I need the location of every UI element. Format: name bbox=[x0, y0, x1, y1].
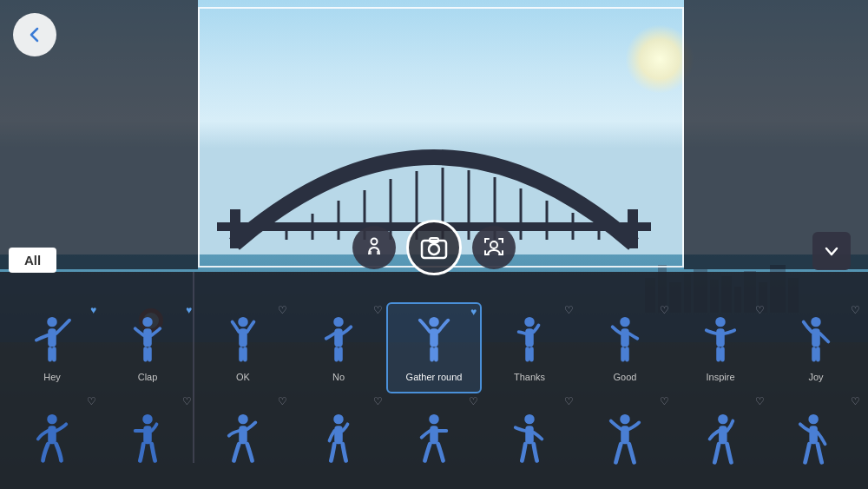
svg-rect-70 bbox=[525, 426, 534, 444]
figure-r2-7 bbox=[602, 411, 649, 467]
chevron-down-button[interactable] bbox=[812, 232, 851, 270]
svg-point-71 bbox=[620, 413, 629, 423]
heart-icon-gather: ♥ bbox=[470, 306, 477, 318]
gesture-ok-label: OK bbox=[236, 372, 250, 382]
heart-icon-r2-1: ♡ bbox=[87, 395, 96, 407]
svg-rect-38 bbox=[339, 347, 343, 361]
gesture-gather-label: Gather round bbox=[406, 372, 463, 382]
gesture-r2-4[interactable]: ♡ bbox=[291, 393, 386, 485]
gesture-r2-8[interactable]: ♡ bbox=[673, 393, 768, 485]
gesture-ok[interactable]: ♡ OK bbox=[195, 302, 291, 393]
figure-r2-5 bbox=[411, 411, 458, 467]
gesture-r2-6[interactable]: ♡ bbox=[482, 393, 577, 485]
svg-rect-36 bbox=[334, 328, 343, 347]
svg-point-31 bbox=[238, 316, 247, 326]
svg-rect-46 bbox=[529, 347, 534, 361]
gesture-hey[interactable]: ♥ Hey bbox=[4, 302, 100, 393]
svg-rect-66 bbox=[334, 426, 343, 444]
figure-r2-8 bbox=[697, 411, 745, 467]
gesture-r2-3[interactable]: ♡ bbox=[195, 393, 291, 485]
figure-r2-4 bbox=[315, 411, 363, 467]
svg-point-43 bbox=[524, 316, 534, 326]
figure-gather-round bbox=[411, 314, 458, 370]
svg-rect-37 bbox=[334, 347, 339, 361]
gesture-inspire[interactable]: ♡ Inspire bbox=[673, 302, 768, 393]
heart-icon-no: ♡ bbox=[373, 304, 383, 316]
heart-icon-r2-6: ♡ bbox=[564, 395, 574, 407]
person-detect-button[interactable] bbox=[352, 226, 396, 269]
ar-mode-icon bbox=[482, 235, 506, 260]
gesture-r2-7[interactable]: ♡ bbox=[577, 393, 673, 485]
ar-mode-button[interactable] bbox=[472, 226, 516, 269]
gesture-thanks-label: Thanks bbox=[514, 372, 545, 382]
figure-inspire bbox=[697, 314, 745, 370]
figure-no bbox=[315, 314, 363, 370]
svg-point-27 bbox=[142, 316, 152, 326]
svg-rect-45 bbox=[525, 347, 529, 361]
svg-point-22 bbox=[490, 241, 497, 248]
gesture-r2-9[interactable]: ♡ bbox=[768, 393, 864, 485]
gesture-no[interactable]: ♡ No bbox=[291, 302, 386, 393]
svg-point-47 bbox=[620, 316, 629, 326]
gesture-joy-label: Joy bbox=[808, 372, 823, 382]
heart-icon-good: ♡ bbox=[660, 304, 669, 316]
svg-rect-24 bbox=[48, 328, 56, 347]
svg-rect-26 bbox=[52, 347, 56, 361]
svg-rect-68 bbox=[430, 426, 438, 444]
gesture-joy[interactable]: ♡ Joy bbox=[768, 302, 864, 393]
figure-r2-3 bbox=[220, 411, 267, 467]
gesture-thanks[interactable]: ♡ Thanks bbox=[482, 302, 577, 393]
person-detect-icon bbox=[362, 235, 386, 260]
svg-rect-49 bbox=[621, 347, 625, 361]
gesture-r2-1[interactable]: ♡ bbox=[4, 393, 100, 485]
gesture-r2-2[interactable]: ♡ bbox=[100, 393, 195, 485]
gestures-grid: ♥ Hey ♥ bbox=[0, 298, 868, 489]
svg-rect-30 bbox=[148, 347, 152, 361]
svg-point-16 bbox=[372, 239, 378, 245]
gesture-gather-round[interactable]: ♥ Gather round bbox=[386, 302, 482, 393]
gesture-good[interactable]: ♡ Good bbox=[577, 302, 673, 393]
heart-icon-r2-8: ♡ bbox=[755, 395, 765, 407]
svg-rect-34 bbox=[243, 347, 247, 361]
svg-rect-25 bbox=[48, 347, 52, 361]
shutter-button[interactable] bbox=[406, 220, 462, 275]
heart-icon-r2-5: ♡ bbox=[469, 395, 478, 407]
heart-icon-hey: ♥ bbox=[90, 304, 96, 316]
svg-rect-54 bbox=[720, 347, 725, 361]
right-overlay bbox=[684, 0, 868, 269]
svg-rect-58 bbox=[816, 347, 820, 361]
gesture-clap-label: Clap bbox=[138, 372, 158, 382]
heart-icon-ok: ♡ bbox=[278, 304, 287, 316]
gesture-r2-5[interactable]: ♡ bbox=[386, 393, 482, 485]
svg-point-63 bbox=[238, 413, 247, 423]
svg-point-61 bbox=[142, 413, 152, 423]
svg-rect-33 bbox=[239, 347, 243, 361]
svg-rect-48 bbox=[621, 328, 629, 347]
svg-point-20 bbox=[429, 244, 439, 254]
heart-icon-r2-3: ♡ bbox=[278, 395, 287, 407]
svg-rect-60 bbox=[48, 426, 56, 444]
svg-point-55 bbox=[811, 316, 820, 326]
svg-point-73 bbox=[718, 413, 727, 423]
figure-r2-1 bbox=[29, 411, 76, 467]
heart-icon-r2-9: ♡ bbox=[851, 395, 860, 407]
heart-icon-clap: ♥ bbox=[186, 304, 192, 316]
svg-point-65 bbox=[333, 413, 343, 423]
svg-point-23 bbox=[47, 316, 56, 326]
figure-ok bbox=[220, 314, 267, 370]
heart-icon-r2-2: ♡ bbox=[182, 395, 192, 407]
figure-clap bbox=[124, 314, 172, 370]
back-button[interactable] bbox=[13, 13, 56, 56]
gesture-clap[interactable]: ♥ Clap bbox=[100, 302, 195, 393]
controls-bar bbox=[352, 220, 516, 275]
svg-rect-53 bbox=[716, 347, 720, 361]
filter-all-button[interactable]: All bbox=[9, 248, 56, 273]
svg-rect-52 bbox=[716, 328, 725, 347]
heart-icon-r2-7: ♡ bbox=[660, 395, 669, 407]
figure-r2-6 bbox=[506, 411, 554, 467]
svg-rect-57 bbox=[812, 347, 816, 361]
gesture-no-label: No bbox=[332, 372, 345, 382]
svg-rect-29 bbox=[143, 347, 148, 361]
figure-good bbox=[602, 314, 649, 370]
figure-hey bbox=[29, 314, 76, 370]
